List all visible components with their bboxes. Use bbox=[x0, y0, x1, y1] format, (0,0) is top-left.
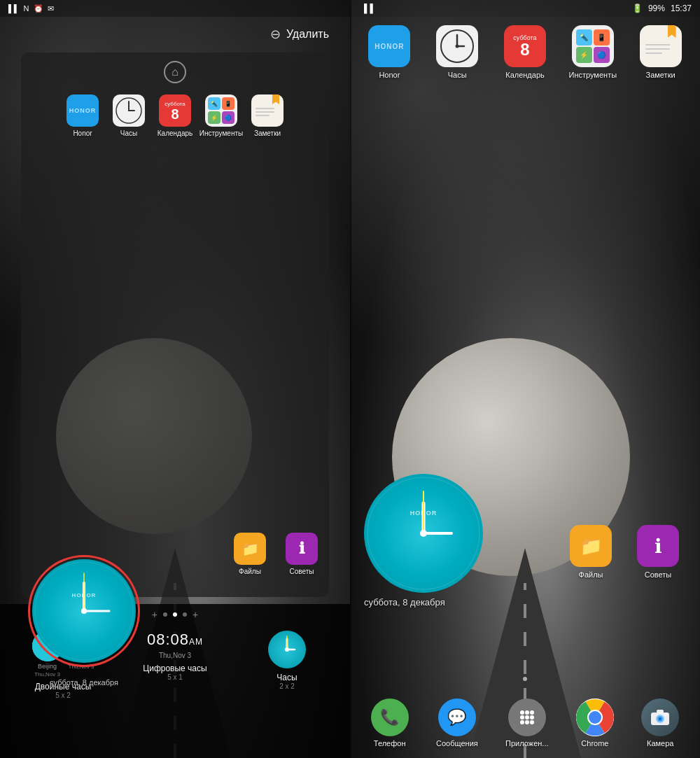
right-tools-label: Инструменты bbox=[568, 71, 617, 80]
notes-icon bbox=[251, 94, 284, 127]
tips-icon: ℹ bbox=[286, 533, 318, 565]
overlay-bottom-apps: 📁 Файлы ℹ Советы bbox=[230, 533, 322, 576]
widget-analog-face bbox=[268, 631, 306, 668]
svg-point-26 bbox=[420, 530, 427, 537]
notes-line-1 bbox=[255, 108, 274, 109]
clock-label: Часы bbox=[120, 129, 137, 138]
app-files-overlay[interactable]: 📁 Файлы bbox=[230, 533, 270, 576]
widget-analog-clock[interactable]: Часы 2 x 2 bbox=[241, 631, 332, 690]
delete-bar: ⊖ Удалить bbox=[0, 17, 350, 52]
right-battery-pct: 99% bbox=[648, 3, 665, 13]
right-app-tools[interactable]: 🔦 📱 ⚡ 🔵 Инструменты bbox=[565, 25, 621, 80]
tool-1: 🔦 bbox=[576, 29, 592, 45]
widget-digital-clock[interactable]: 08:08AM Thu,Nov 3 Цифровые часы 5 x 1 bbox=[130, 631, 220, 681]
minus-circle-icon: ⊖ bbox=[270, 27, 281, 42]
home-icon[interactable]: ⌂ bbox=[164, 61, 186, 83]
clock-widget-overlay: honor суббота, 8 декабря bbox=[28, 555, 140, 667]
right-honor-icon: honor bbox=[368, 25, 410, 67]
beijing-date: Thu,Nov 3 bbox=[34, 671, 60, 678]
tips-label: Советы bbox=[290, 568, 314, 576]
tools-label: Инструменты bbox=[200, 129, 243, 138]
right-tips-label: Советы bbox=[645, 570, 671, 580]
dock-phone[interactable]: 📞 Телефон bbox=[371, 699, 409, 748]
right-app-notes[interactable]: Заметки bbox=[633, 25, 689, 80]
dock-messages[interactable]: 💬 Сообщения bbox=[436, 699, 478, 748]
right-app-calendar[interactable]: суббота 8 Календарь bbox=[497, 25, 553, 80]
calendar-inner: суббота 8 bbox=[159, 94, 191, 127]
tool-4: 🔵 bbox=[594, 47, 610, 63]
svg-point-21 bbox=[456, 45, 459, 48]
dot-plus-left[interactable]: + bbox=[152, 610, 158, 619]
dot-3[interactable] bbox=[183, 612, 187, 617]
right-tools-icon: 🔦 📱 ⚡ 🔵 bbox=[572, 25, 614, 67]
camera-label: Камера bbox=[647, 739, 673, 748]
dot-plus-right[interactable]: + bbox=[192, 610, 198, 619]
svg-point-8 bbox=[81, 608, 87, 614]
honor-icon: honor bbox=[66, 94, 99, 127]
analog-clock-title: Часы bbox=[276, 673, 297, 682]
digital-clock-size: 5 x 1 bbox=[167, 673, 183, 681]
calendar-icon: суббота 8 bbox=[159, 94, 191, 127]
mail-icon: ✉ bbox=[48, 4, 54, 13]
right-files-label: Файлы bbox=[579, 570, 603, 580]
right-signal: ▌▌ bbox=[364, 3, 376, 13]
clock-ring: honor bbox=[28, 555, 140, 667]
right-app-files[interactable]: 📁 Файлы bbox=[563, 525, 619, 580]
notes-line-3 bbox=[255, 115, 270, 116]
right-notes-lines bbox=[640, 36, 682, 57]
apps-icon bbox=[508, 699, 546, 736]
svg-point-42 bbox=[659, 717, 662, 720]
right-app-clock[interactable]: Часы bbox=[429, 25, 485, 80]
app-calendar-overlay[interactable]: суббота 8 Календарь bbox=[155, 94, 195, 138]
clock-icon bbox=[113, 94, 145, 127]
double-clock-size: 5 x 2 bbox=[55, 692, 71, 699]
dock-apps[interactable]: Приложен... bbox=[505, 699, 548, 748]
overlay-app-grid: honor Honor Часы bbox=[29, 94, 321, 138]
right-clock-widget: honor суббота, 8 декабря bbox=[364, 474, 483, 608]
svg-point-28 bbox=[525, 710, 529, 715]
svg-point-44 bbox=[665, 713, 668, 716]
app-notes-overlay[interactable]: Заметки bbox=[247, 94, 288, 138]
files-icon: 📁 bbox=[234, 533, 266, 565]
app-tools-overlay[interactable]: 🔦 📱 ⚡ 🔵 Инструменты bbox=[201, 94, 241, 138]
chrome-icon bbox=[576, 699, 614, 736]
right-tips-icon: ℹ bbox=[637, 525, 679, 567]
dock-chrome[interactable]: Chrome bbox=[576, 699, 614, 748]
chrome-label: Chrome bbox=[581, 739, 608, 748]
dot-2-active[interactable] bbox=[173, 612, 177, 617]
right-clock-svg bbox=[364, 474, 483, 593]
honor-label: Honor bbox=[73, 129, 92, 138]
app-tips-overlay[interactable]: ℹ Советы bbox=[281, 533, 322, 576]
calendar-label: Календарь bbox=[158, 129, 192, 138]
digital-clock-title: Цифровые часы bbox=[143, 664, 206, 673]
camera-icon bbox=[641, 699, 679, 736]
right-app-honor[interactable]: honor Honor bbox=[361, 25, 417, 80]
app-honor-overlay[interactable]: honor Honor bbox=[62, 94, 103, 138]
dot-1[interactable] bbox=[163, 612, 167, 617]
panel-divider bbox=[350, 0, 351, 758]
right-notes-line-1 bbox=[645, 44, 670, 45]
delete-label: Удалить bbox=[286, 28, 329, 41]
wifi-icon: N bbox=[24, 4, 29, 13]
app-clock-overlay[interactable]: Часы bbox=[108, 94, 149, 138]
analog-clock-size: 2 x 2 bbox=[279, 682, 295, 690]
right-notes-line-2 bbox=[645, 48, 670, 50]
right-app-tips[interactable]: ℹ Советы bbox=[630, 525, 686, 580]
digital-time: 08:08AM bbox=[147, 631, 203, 649]
tools-grid: 🔦 📱 ⚡ 🔵 bbox=[208, 97, 234, 124]
alarm-icon: ⏰ bbox=[34, 4, 43, 13]
clock-widget-date: суббота, 8 декабря bbox=[50, 678, 118, 687]
right-clock-icon bbox=[436, 25, 478, 67]
honor-logo-text: honor bbox=[69, 107, 97, 114]
svg-point-32 bbox=[530, 715, 534, 720]
clock-face-overlay: honor bbox=[32, 559, 136, 663]
right-cal-day-num: 8 bbox=[520, 41, 529, 58]
left-signal-icons: ▌▌ N ⏰ ✉ bbox=[8, 4, 54, 13]
right-battery-icon: 🔋 bbox=[632, 3, 643, 13]
messages-label: Сообщения bbox=[436, 739, 478, 748]
phone-icon: 📞 bbox=[371, 699, 409, 736]
dock-camera[interactable]: Камера bbox=[641, 699, 679, 748]
svg-point-31 bbox=[525, 715, 529, 720]
signal-icon: ▌▌ bbox=[8, 4, 20, 13]
analog-clock-preview bbox=[268, 631, 306, 668]
